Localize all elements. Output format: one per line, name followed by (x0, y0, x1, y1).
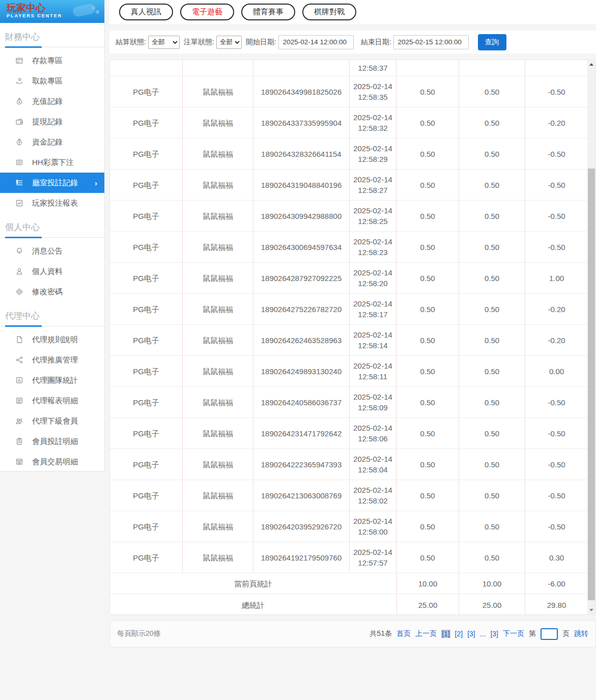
category-tabs: 真人視訊 電子遊藝 體育賽事 棋牌對戰 (109, 0, 596, 24)
total-count-label: 共51条 (370, 629, 392, 638)
cell-game: 鼠鼠福福 (183, 387, 253, 417)
cell-date: 2025-02-14 (353, 329, 392, 340)
cell-time: 12:58:06 (358, 433, 387, 444)
tab-board-games[interactable]: 棋牌對戰 (302, 4, 356, 20)
end-date-input[interactable] (393, 35, 469, 49)
scrollbar-thumb[interactable] (588, 169, 595, 600)
sidebar-item-agent-report-detail[interactable]: 代理報表明細 (0, 390, 104, 411)
table-row: PG电子 鼠鼠福福 1890264262463528963 2025-02-14… (110, 325, 588, 356)
cell-datetime: 2025-02-14 12:58:09 (350, 387, 396, 417)
cell-order-no: 1890264287927092225 (253, 263, 350, 293)
prev-page-link[interactable]: 上一页 (415, 629, 437, 638)
summary-row: 當前頁統計 10.00 10.00 -6.00 (110, 573, 588, 594)
cell-date: 2025-02-14 (353, 298, 392, 309)
sidebar-item-agent-sub-members[interactable]: 代理下級會員 (0, 411, 104, 431)
tab-live-casino[interactable]: 真人視訊 (119, 4, 173, 20)
withdraw-hand-icon (15, 77, 23, 86)
cell-date: 2025-02-14 (353, 454, 392, 464)
cell-bet: 0.50 (396, 542, 459, 573)
sidebar-item-agent-rules[interactable]: 代理規則說明 (0, 329, 104, 350)
sidebar-item-deposit[interactable]: 存款專區 (0, 50, 104, 71)
sidebar-item-agent-team-stats[interactable]: 代理團隊統計 (0, 370, 104, 390)
gamepad-icon (70, 1, 100, 21)
cell-time: 12:58:02 (358, 495, 387, 506)
cell-profit: -0.50 (525, 387, 588, 417)
tab-electronic-games[interactable]: 電子遊藝 (180, 4, 234, 20)
cell-bet: 0.50 (396, 76, 459, 107)
cell-valid-bet: 0.50 (459, 387, 525, 417)
cell-order-no: 1890264319048840196 (253, 170, 350, 200)
sidebar-item-recharge-records[interactable]: 充值記錄 (0, 91, 104, 111)
table-summary: 當前頁統計 10.00 10.00 -6.00 總統計 25.00 25.00 … (110, 573, 588, 615)
jump-button[interactable]: 跳转 (574, 629, 588, 638)
bet-records-icon (15, 179, 23, 187)
cell-game: 鼠鼠福福 (183, 170, 253, 200)
table-body: PG电子 鼠鼠福福 1890264349981825026 2025-02-14… (110, 76, 588, 573)
cell-datetime: 2025-02-14 12:58:35 (350, 76, 396, 107)
bell-icon (15, 247, 23, 256)
sidebar-item-hh-lottery[interactable]: HH彩票下注 (0, 152, 104, 173)
cell-provider: PG电子 (110, 138, 183, 169)
cell-date: 2025-02-14 (353, 81, 392, 92)
cell-provider: PG电子 (110, 201, 183, 231)
page-link-1-current[interactable]: [1] (441, 630, 450, 638)
cell-valid-bet: 0.50 (459, 325, 525, 355)
table-row: PG电子 鼠鼠福福 1890264309942988800 2025-02-14… (110, 201, 588, 232)
cell-time: 12:58:37 (350, 60, 396, 76)
start-date-input[interactable] (278, 35, 354, 49)
cell-valid-bet: 0.50 (459, 418, 525, 449)
cell-profit: -0.50 (525, 138, 588, 169)
sidebar-item-member-bet-detail[interactable]: 會員投註明細 (0, 431, 104, 452)
next-page-link[interactable]: 下一页 (503, 629, 524, 638)
sidebar-item-withdraw[interactable]: 取款專區 (0, 71, 104, 91)
page-link-2[interactable]: [2] (455, 630, 463, 638)
cell-datetime: 2025-02-14 12:58:00 (350, 511, 396, 542)
jump-prefix-label: 第 (529, 629, 536, 638)
sidebar-item-room-bet-records[interactable]: 廳室投註記錄 › (0, 173, 104, 193)
jump-page-input[interactable] (541, 628, 558, 640)
summary-bet: 10.00 (396, 573, 459, 594)
cell-game: 鼠鼠福福 (183, 480, 253, 511)
vertical-scrollbar[interactable] (587, 60, 595, 614)
sidebar-item-funds-records[interactable]: 資金記錄 (0, 132, 104, 152)
section-divider (0, 326, 104, 326)
cell-datetime: 2025-02-14 12:58:02 (350, 480, 396, 511)
cell-bet: 0.50 (396, 480, 459, 511)
settle-status-select[interactable]: 全部 (148, 36, 180, 49)
cell-game: 鼠鼠福福 (183, 294, 253, 324)
tab-sports[interactable]: 體育賽事 (241, 4, 295, 20)
order-status-select[interactable]: 全部 (216, 36, 242, 49)
page-link-3[interactable]: [3] (467, 630, 475, 638)
sidebar-header: 玩家中心 PLAYERS CENTER (0, 0, 104, 23)
sidebar-item-profile[interactable]: 個人資料 (0, 261, 104, 282)
cell-order-no: 1890264309942988800 (253, 201, 350, 231)
cell-date: 2025-02-14 (353, 236, 392, 247)
table-row: PG电子 鼠鼠福福 1890264328326641154 2025-02-14… (110, 138, 588, 170)
sidebar-item-agent-promotion[interactable]: 代理推廣管理 (0, 350, 104, 370)
table-row: PG电子 鼠鼠福福 1890264213063008769 2025-02-14… (110, 480, 588, 511)
sidebar-item-withdraw-records[interactable]: 提現記錄 (0, 111, 104, 132)
sidebar-item-change-password[interactable]: 修改密碼 (0, 282, 104, 302)
sidebar-item-label: 提現記錄 (32, 117, 63, 127)
section-header-agent: 代理中心 (0, 302, 104, 322)
sidebar-item-label: 資金記錄 (32, 137, 63, 147)
sidebar-item-announcements[interactable]: 消息公告 (0, 241, 104, 261)
settle-status-label: 結算狀態: (116, 38, 146, 47)
query-button[interactable]: 查詢 (478, 34, 506, 50)
jump-suffix-label: 页 (562, 629, 570, 638)
cell-provider: PG电子 (110, 107, 183, 138)
cell-bet: 0.50 (396, 201, 459, 231)
cell-game: 鼠鼠福福 (183, 201, 253, 231)
sidebar-item-player-bet-report[interactable]: 玩家投注報表 (0, 193, 104, 213)
start-date-label: 開始日期: (246, 38, 276, 47)
scroll-up-icon[interactable] (587, 60, 595, 69)
per-page-label: 每頁顯示20條 (117, 629, 161, 638)
first-page-link[interactable]: 首页 (396, 629, 411, 638)
cell-datetime: 2025-02-14 12:58:23 (350, 232, 396, 262)
cell-datetime: 2025-02-14 12:57:57 (350, 542, 396, 573)
sidebar-item-label: 廳室投註記錄 (32, 178, 78, 188)
sidebar-item-member-transaction-detail[interactable]: 會員交易明細 (0, 452, 104, 472)
scroll-down-icon[interactable] (587, 606, 595, 614)
page-link-last[interactable]: [3] (490, 630, 498, 638)
page-ellipsis[interactable]: ... (480, 630, 486, 638)
